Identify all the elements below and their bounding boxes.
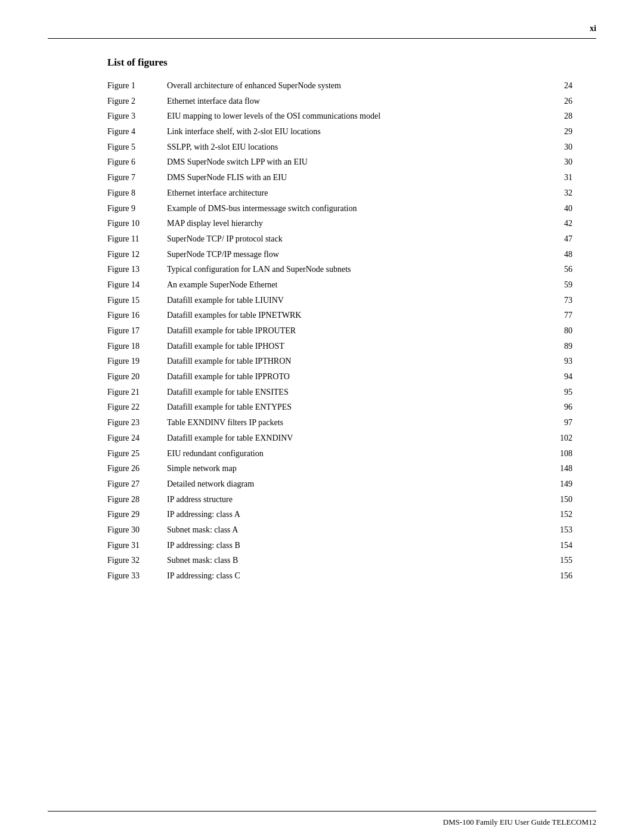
- figure-label: Figure 5: [107, 141, 167, 154]
- figure-label: Figure 29: [107, 508, 167, 521]
- figure-page: 149: [560, 478, 572, 491]
- figure-description: Datafill example for table EXNDINV: [167, 432, 556, 445]
- figure-label: Figure 4: [107, 125, 167, 138]
- figure-description: Link interface shelf, with 2-slot EIU lo…: [167, 125, 561, 138]
- figure-item: Figure 31IP addressing: class B154: [107, 539, 572, 552]
- figure-description: Example of DMS-bus intermessage switch c…: [167, 202, 561, 215]
- figure-label: Figure 26: [107, 462, 167, 475]
- figure-description: Datafill example for table IPROUTER: [167, 324, 561, 337]
- figure-description: EIU redundant configuration: [167, 447, 556, 460]
- figure-page: 24: [564, 79, 572, 92]
- figure-description: IP address structure: [167, 493, 556, 506]
- figure-label: Figure 9: [107, 202, 167, 215]
- figure-page: 80: [564, 324, 572, 337]
- figure-page: 89: [564, 340, 572, 353]
- figure-page: 108: [560, 447, 572, 460]
- figure-item: Figure 5SSLPP, with 2-slot EIU locations…: [107, 141, 572, 154]
- figure-label: Figure 12: [107, 248, 167, 261]
- figure-description: Datafill examples for table IPNETWRK: [167, 309, 561, 322]
- figure-description: Datafill example for table ENSITES: [167, 386, 561, 399]
- figure-label: Figure 28: [107, 493, 167, 506]
- section-title: List of figures: [107, 57, 572, 69]
- footer-text: DMS-100 Family EIU User Guide TELECOM12: [443, 817, 596, 827]
- figure-page: 31: [564, 171, 572, 184]
- figure-item: Figure 22Datafill example for table ENTY…: [107, 401, 572, 414]
- figure-page: 152: [560, 508, 572, 521]
- page-container: xi List of figures Figure 1Overall archi…: [0, 0, 644, 833]
- figure-description: Datafill example for table IPPROTO: [167, 370, 561, 383]
- figure-item: Figure 13Typical configuration for LAN a…: [107, 263, 572, 276]
- figure-item: Figure 9Example of DMS-bus intermessage …: [107, 202, 572, 215]
- figure-page: 59: [564, 278, 572, 292]
- figure-item: Figure 26Simple network map148: [107, 462, 572, 475]
- figure-label: Figure 32: [107, 554, 167, 567]
- figure-item: Figure 18Datafill example for table IPHO…: [107, 340, 572, 353]
- figure-page: 40: [564, 202, 572, 215]
- figure-description: Subnet mask: class B: [167, 554, 556, 567]
- content-area: List of figures Figure 1Overall architec…: [0, 39, 644, 811]
- figure-label: Figure 30: [107, 524, 167, 537]
- figure-label: Figure 18: [107, 340, 167, 353]
- figure-page: 153: [560, 524, 572, 537]
- figure-item: Figure 33IP addressing: class C156: [107, 569, 572, 583]
- figure-item: Figure 14An example SuperNode Ethernet59: [107, 278, 572, 292]
- figure-item: Figure 17Datafill example for table IPRO…: [107, 324, 572, 337]
- figure-item: Figure 1Overall architecture of enhanced…: [107, 79, 572, 92]
- figure-description: Subnet mask: class A: [167, 524, 556, 537]
- figure-page: 29: [564, 125, 572, 138]
- figure-description: IP addressing: class B: [167, 539, 556, 552]
- figure-page: 26: [564, 95, 572, 108]
- figure-page: 148: [560, 462, 572, 475]
- figure-page: 30: [564, 141, 572, 154]
- figure-description: Datafill example for table IPHOST: [167, 340, 561, 353]
- figure-item: Figure 28IP address structure150: [107, 493, 572, 506]
- figure-description: DMS SuperNode switch LPP with an EIU: [167, 156, 561, 169]
- figure-label: Figure 25: [107, 447, 167, 460]
- figure-label: Figure 22: [107, 401, 167, 414]
- figure-page: 97: [564, 416, 572, 429]
- figure-page: 154: [560, 539, 572, 552]
- figure-item: Figure 7DMS SuperNode FLIS with an EIU31: [107, 171, 572, 184]
- figure-description: EIU mapping to lower levels of the OSI c…: [167, 110, 561, 123]
- figure-description: Datafill example for table ENTYPES: [167, 401, 561, 414]
- figure-page: 56: [564, 263, 572, 276]
- figure-item: Figure 11SuperNode TCP/ IP protocol stac…: [107, 233, 572, 246]
- figure-description: Datafill example for table IPTHRON: [167, 355, 561, 368]
- figure-page: 150: [560, 493, 572, 506]
- figure-label: Figure 23: [107, 416, 167, 429]
- figure-page: 102: [560, 432, 572, 445]
- figure-label: Figure 24: [107, 432, 167, 445]
- figure-label: Figure 7: [107, 171, 167, 184]
- figure-description: IP addressing: class A: [167, 508, 556, 521]
- figure-description: IP addressing: class C: [167, 569, 556, 583]
- figure-label: Figure 15: [107, 294, 167, 307]
- figure-page: 48: [564, 248, 572, 261]
- figure-item: Figure 10MAP display level hierarchy42: [107, 217, 572, 230]
- figure-description: MAP display level hierarchy: [167, 217, 561, 230]
- figure-label: Figure 3: [107, 110, 167, 123]
- figure-item: Figure 30Subnet mask: class A153: [107, 524, 572, 537]
- figure-label: Figure 20: [107, 370, 167, 383]
- figure-label: Figure 17: [107, 324, 167, 337]
- figure-item: Figure 4Link interface shelf, with 2-slo…: [107, 125, 572, 138]
- figure-page: 42: [564, 217, 572, 230]
- figure-label: Figure 8: [107, 187, 167, 200]
- figure-label: Figure 1: [107, 79, 167, 92]
- page-number: xi: [590, 24, 596, 33]
- figure-item: Figure 19Datafill example for table IPTH…: [107, 355, 572, 368]
- figure-description: Simple network map: [167, 462, 556, 475]
- figure-item: Figure 20Datafill example for table IPPR…: [107, 370, 572, 383]
- figure-label: Figure 10: [107, 217, 167, 230]
- figure-description: Overall architecture of enhanced SuperNo…: [167, 79, 561, 92]
- figure-label: Figure 16: [107, 309, 167, 322]
- figure-description: Typical configuration for LAN and SuperN…: [167, 263, 561, 276]
- figure-item: Figure 2Ethernet interface data flow26: [107, 95, 572, 108]
- figure-page: 95: [564, 386, 572, 399]
- figure-item: Figure 27Detailed network diagram149: [107, 478, 572, 491]
- figure-description: SSLPP, with 2-slot EIU locations: [167, 141, 561, 154]
- figure-page: 94: [564, 370, 572, 383]
- figure-description: Datafill example for table LIUINV: [167, 294, 561, 307]
- page-number-area: xi: [0, 0, 644, 33]
- figure-item: Figure 3EIU mapping to lower levels of t…: [107, 110, 572, 123]
- figure-page: 47: [564, 233, 572, 246]
